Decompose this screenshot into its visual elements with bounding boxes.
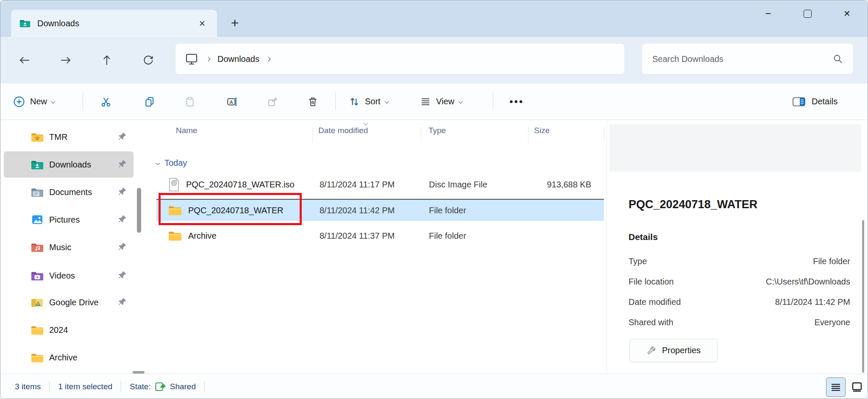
details-toggle-label: Details [812, 97, 837, 106]
sidebar-item-pictures[interactable]: Pictures [4, 206, 134, 233]
details-row-type: Type File folder [629, 254, 850, 268]
detail-value: File folder [813, 257, 850, 266]
file-type: Disc Image File [429, 174, 487, 195]
delete-button[interactable] [302, 91, 324, 113]
thumbnail-view-toggle[interactable] [848, 377, 866, 397]
details-pane-toggle[interactable]: Details [792, 84, 837, 120]
paste-icon [184, 96, 195, 107]
sidebar-item-label: Downloads [49, 160, 91, 170]
details-pane-icon [792, 96, 806, 107]
pin-icon [117, 132, 127, 141]
sidebar-item-music[interactable]: Music [4, 234, 134, 260]
details-view-toggle[interactable] [826, 377, 846, 397]
chevron-down-icon [459, 100, 463, 104]
list-view-icon [831, 382, 841, 392]
tab-close-icon[interactable]: ✕ [194, 15, 210, 31]
properties-button[interactable]: Properties [629, 339, 718, 362]
details-pane-scrollbar[interactable] [862, 220, 864, 373]
this-pc-monitor-icon[interactable] [185, 53, 198, 65]
sidebar-item-downloads[interactable]: Downloads [4, 151, 134, 178]
detail-label: File location [629, 277, 674, 287]
close-button[interactable]: ✕ [827, 0, 867, 27]
documents-folder-icon [31, 187, 44, 198]
cut-button[interactable] [95, 91, 117, 113]
breadcrumb-item-downloads[interactable]: Downloads [217, 54, 259, 64]
details-pane-divider [606, 120, 607, 374]
music-folder-icon [31, 242, 44, 253]
sidebar-item-label: Google Drive [49, 298, 99, 307]
file-explorer-window: Downloads ✕ + − ✕ Downloads [0, 0, 868, 399]
minimize-button[interactable]: − [748, 0, 788, 27]
share-icon [267, 96, 278, 107]
sidebar-scrollbar[interactable] [137, 188, 141, 233]
sidebar-item-2024[interactable]: 2024 [4, 317, 134, 343]
tab-label: Downloads [37, 19, 79, 28]
search-input[interactable]: Search Downloads [652, 54, 833, 64]
file-row-archive[interactable]: Archive 8/11/2024 11:37 PM File folder [156, 225, 604, 246]
column-divider[interactable] [312, 127, 313, 143]
forward-button[interactable] [56, 50, 75, 70]
collapse-chevron-icon[interactable] [156, 161, 160, 165]
detail-label: Shared with [629, 318, 673, 327]
rename-button[interactable]: A [221, 91, 243, 113]
sidebar-item-tmr[interactable]: TMR [4, 124, 134, 150]
sidebar-item-archive[interactable]: Archive [4, 344, 134, 371]
view-button[interactable]: View [420, 84, 462, 120]
share-button[interactable] [262, 91, 284, 113]
status-bar: 3 items 1 item selected State: Shared [0, 374, 868, 399]
sort-button-label: Sort [365, 97, 381, 106]
rename-icon: A [226, 96, 238, 107]
column-header-size[interactable]: Size [534, 126, 550, 135]
column-header-date-modified[interactable]: Date modified [318, 126, 368, 135]
sidebar-item-label: Archive [49, 353, 78, 363]
breadcrumb-chevron-icon[interactable] [206, 57, 211, 61]
new-tab-button[interactable]: + [225, 13, 245, 33]
file-date-modified: 8/11/2024 11:37 PM [320, 225, 395, 246]
column-divider[interactable] [528, 127, 529, 143]
pin-icon [117, 242, 127, 251]
search-icon[interactable] [833, 54, 843, 64]
state-value: Shared [170, 382, 196, 391]
new-button-label: New [30, 97, 47, 106]
group-header-today[interactable]: Today [156, 156, 187, 169]
sort-button[interactable]: Sort [349, 84, 388, 120]
column-divider[interactable] [421, 127, 421, 143]
pin-icon [117, 159, 127, 169]
detail-label: Type [629, 257, 647, 266]
tmr-folder-icon [31, 132, 44, 142]
breadcrumb-chevron-icon[interactable] [267, 57, 271, 61]
plus-circle-icon [13, 96, 25, 108]
column-header-type[interactable]: Type [428, 126, 446, 135]
address-bar[interactable]: Downloads [175, 44, 624, 74]
new-button[interactable]: New [13, 84, 55, 120]
search-box[interactable]: Search Downloads [642, 44, 853, 74]
sidebar-item-google-drive[interactable]: Google Drive [4, 289, 134, 315]
sidebar-item-videos[interactable]: Videos [4, 262, 134, 289]
maximize-button[interactable] [788, 0, 827, 27]
folder-icon [31, 325, 44, 335]
disc-image-file-icon [168, 178, 180, 192]
tab-downloads[interactable]: Downloads ✕ [11, 10, 217, 37]
properties-button-label: Properties [662, 346, 701, 355]
column-header-name[interactable]: Name [176, 126, 198, 135]
folder-icon [31, 352, 44, 363]
paste-button[interactable] [179, 91, 201, 113]
file-date-modified: 8/11/2024 11:17 PM [320, 174, 395, 195]
file-type: File folder [429, 200, 466, 221]
status-separator [49, 381, 50, 392]
more-options-button[interactable]: ••• [504, 91, 529, 113]
up-button[interactable] [97, 50, 117, 70]
back-arrow-icon [19, 55, 31, 65]
file-row-iso[interactable]: PQC_20240718_WATER.iso 8/11/2024 11:17 P… [156, 174, 604, 195]
folder-icon [168, 230, 182, 241]
column-divider[interactable] [604, 127, 604, 143]
toolbar-separator [335, 93, 336, 111]
state-label: State: [130, 382, 151, 391]
sidebar-item-documents[interactable]: Documents [4, 179, 134, 205]
back-button[interactable] [15, 50, 34, 70]
copy-button[interactable] [139, 91, 161, 113]
copy-icon [144, 96, 155, 107]
pin-icon [117, 297, 127, 307]
shared-state-icon [155, 382, 167, 392]
refresh-button[interactable] [139, 50, 158, 70]
